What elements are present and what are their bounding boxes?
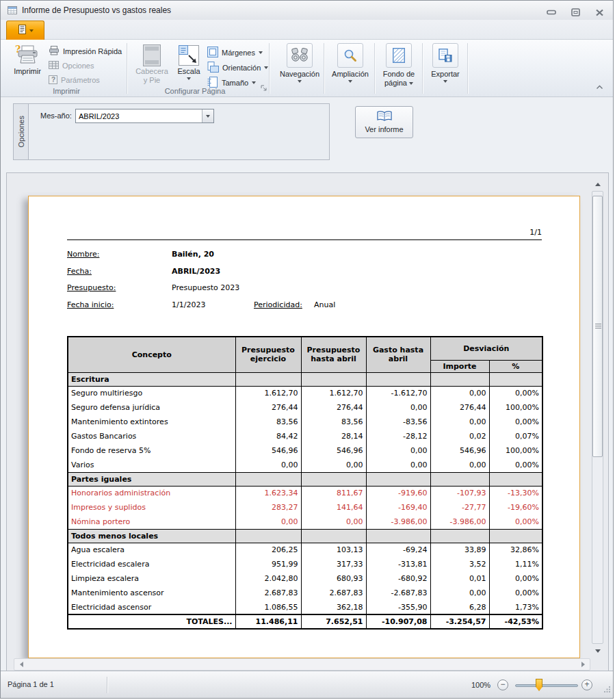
section-row: Partes iguales bbox=[68, 472, 542, 486]
scroll-up-button[interactable] bbox=[592, 179, 603, 190]
table-cell: 32,86% bbox=[489, 543, 542, 557]
table-row: Nómina portero0,000,00-3.986,00-3.986,00… bbox=[68, 515, 542, 529]
table-cell: 1,11% bbox=[489, 557, 542, 571]
resize-grip-icon[interactable] bbox=[603, 684, 611, 696]
ampliacion-button[interactable]: Ampliación bbox=[330, 43, 370, 83]
table-cell: Electricidad escalera bbox=[68, 557, 235, 571]
table-cell: -10.907,08 bbox=[366, 614, 430, 629]
scroll-down-button[interactable] bbox=[592, 645, 603, 656]
col-header-presupuesto-hasta: Presupuesto hasta abril bbox=[301, 337, 366, 372]
imprimir-button[interactable]: ? Imprimir bbox=[9, 42, 46, 76]
table-cell: Escritura bbox=[68, 372, 235, 386]
group-label-configurar: Configurar Página bbox=[128, 87, 262, 95]
orientacion-button[interactable]: Orientación bbox=[207, 61, 268, 75]
export-icon bbox=[432, 43, 458, 68]
orientation-icon bbox=[207, 62, 219, 74]
button-separator bbox=[422, 43, 423, 94]
page-count-label: Página 1 de 1 bbox=[8, 680, 54, 688]
vertical-scrollbar-track[interactable] bbox=[592, 191, 603, 644]
vertical-scrollbar-thumb[interactable] bbox=[592, 196, 603, 457]
table-row: Varios0,000,000,000,000,00% bbox=[68, 458, 542, 472]
mes-ano-input[interactable] bbox=[76, 109, 202, 122]
table-cell: 100,00% bbox=[489, 400, 542, 415]
dialog-launcher-icon[interactable] bbox=[261, 81, 267, 94]
col-header-presupuesto-ejercicio: Presupuesto ejercicio bbox=[235, 337, 301, 372]
ver-informe-button[interactable]: Ver informe bbox=[355, 106, 413, 138]
fondo-pagina-button[interactable]: Fondo de página bbox=[378, 43, 419, 88]
app-icon bbox=[7, 5, 18, 18]
options-panel-tab[interactable]: Opciones bbox=[13, 103, 28, 160]
scroll-right-button[interactable] bbox=[577, 659, 588, 670]
table-cell: 3,52 bbox=[430, 557, 489, 571]
table-cell: 1.086,55 bbox=[235, 600, 301, 614]
status-bar: Página 1 de 1 100% − + bbox=[1, 671, 613, 698]
svg-text:?: ? bbox=[51, 76, 55, 83]
group-label-imprimir: Imprimir bbox=[6, 87, 127, 95]
table-cell: -1.612,70 bbox=[366, 386, 430, 400]
zoom-out-button[interactable]: − bbox=[497, 679, 508, 690]
impresion-rapida-button[interactable]: Impresión Rápida bbox=[49, 44, 122, 58]
table-cell: 0,00 bbox=[235, 515, 301, 529]
scroll-down-icon bbox=[595, 649, 601, 653]
print-preview-area: 1/1 Nombre: Bailén, 20 Fecha: ABRIL/2023… bbox=[6, 172, 609, 672]
table-cell: 0,00% bbox=[489, 458, 542, 472]
app-window: Informe de Presupuesto vs gastos reales bbox=[0, 0, 614, 699]
zoom-slider-thumb[interactable] bbox=[536, 679, 542, 691]
options-zone: Opciones Mes-año: Ver informe bbox=[1, 97, 613, 172]
table-row: Agua escalera206,25103,13-69,2433,8932,8… bbox=[68, 543, 542, 557]
opciones-button: Opciones bbox=[49, 59, 94, 73]
app-menu-tab[interactable] bbox=[6, 21, 44, 40]
table-cell bbox=[366, 372, 430, 386]
table-cell: 362,18 bbox=[301, 600, 366, 614]
parametros-button: ? Parámetros bbox=[49, 73, 100, 87]
margenes-button[interactable]: Márgenes bbox=[207, 46, 263, 60]
combobox-dropdown-button[interactable] bbox=[202, 109, 213, 122]
totals-row: TOTALES...11.486,117.652,51-10.907,08-3.… bbox=[68, 614, 542, 629]
maximize-button[interactable] bbox=[568, 7, 582, 18]
table-cell bbox=[430, 372, 489, 386]
table-cell: Impresos y suplidos bbox=[68, 500, 235, 515]
navegacion-button[interactable]: Navegación bbox=[280, 43, 319, 83]
table-cell: Mantenimiento ascensor bbox=[68, 586, 235, 600]
exportar-button[interactable]: Exportar bbox=[426, 43, 464, 83]
table-cell: 6,28 bbox=[430, 600, 489, 614]
imprimir-label: Imprimir bbox=[14, 67, 41, 76]
table-cell: -83,56 bbox=[366, 415, 430, 429]
report-field-row: Fecha: ABRIL/2023 bbox=[67, 267, 542, 278]
table-cell: 283,27 bbox=[235, 500, 301, 515]
table-cell: -19,60% bbox=[489, 500, 542, 515]
mes-ano-combobox[interactable] bbox=[75, 109, 214, 123]
table-cell bbox=[489, 472, 542, 486]
table-cell bbox=[366, 472, 430, 486]
table-cell: -13,30% bbox=[489, 486, 542, 500]
zoom-in-button[interactable]: + bbox=[581, 679, 592, 690]
scroll-left-button[interactable] bbox=[16, 659, 27, 670]
table-cell: 0,00% bbox=[489, 586, 542, 600]
chevron-down-icon bbox=[443, 80, 447, 83]
horizontal-scrollbar[interactable] bbox=[14, 658, 590, 671]
table-row: Impresos y suplidos283,27141,64-169,40-2… bbox=[68, 500, 542, 515]
zoom-slider-track[interactable] bbox=[515, 684, 578, 687]
ribbon: ? Imprimir Impresión Rápida Opciones ? P… bbox=[1, 40, 613, 97]
col-header-desviacion: Desviación bbox=[430, 337, 542, 360]
col-header-concepto: Concepto bbox=[68, 337, 235, 372]
group-separator bbox=[269, 43, 270, 94]
report-field-row: Nombre: Bailén, 20 bbox=[67, 250, 542, 261]
escala-button[interactable]: Escala bbox=[173, 42, 205, 80]
table-cell: 680,93 bbox=[301, 571, 366, 586]
table-cell: -3.986,00 bbox=[430, 515, 489, 529]
collapse-ribbon-icon[interactable] bbox=[596, 80, 603, 92]
table-cell: 0,00 bbox=[366, 458, 430, 472]
table-cell bbox=[489, 372, 542, 386]
vertical-scrollbar[interactable] bbox=[592, 179, 604, 656]
table-cell: Seguro defensa jurídica bbox=[68, 400, 235, 415]
scale-icon bbox=[179, 44, 199, 67]
mes-ano-label: Mes-año: bbox=[40, 112, 72, 120]
table-cell: Honorarios administración bbox=[68, 486, 235, 500]
table-cell: 7.652,51 bbox=[301, 614, 366, 629]
chevron-down-icon bbox=[206, 115, 210, 118]
table-cell: 83,56 bbox=[235, 415, 301, 429]
close-button[interactable] bbox=[592, 7, 606, 18]
minimize-button[interactable] bbox=[545, 7, 558, 18]
parameters-icon: ? bbox=[49, 75, 57, 86]
